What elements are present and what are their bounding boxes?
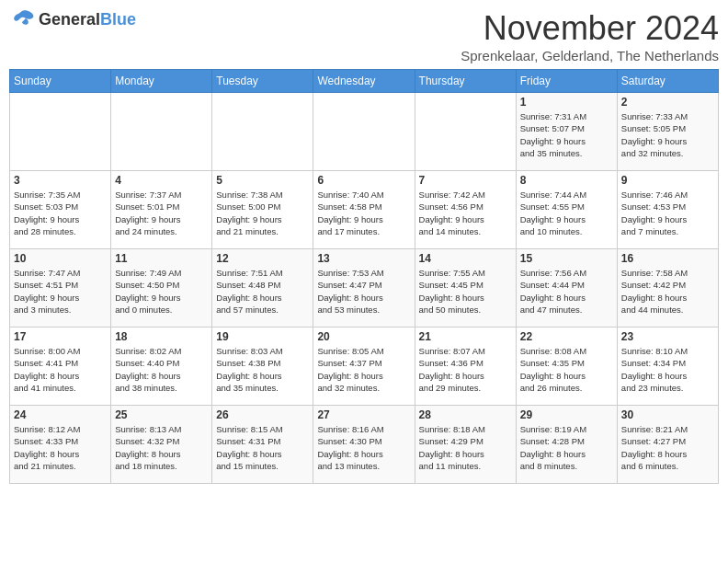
calendar-day-cell: 19Sunrise: 8:03 AM Sunset: 4:38 PM Dayli… xyxy=(212,327,313,406)
calendar-week-row: 24Sunrise: 8:12 AM Sunset: 4:33 PM Dayli… xyxy=(10,406,719,484)
day-info: Sunrise: 8:08 AM Sunset: 4:35 PM Dayligh… xyxy=(520,345,613,394)
day-number: 30 xyxy=(621,408,714,421)
calendar-day-cell: 14Sunrise: 7:55 AM Sunset: 4:45 PM Dayli… xyxy=(415,249,516,327)
calendar-day-cell: 12Sunrise: 7:51 AM Sunset: 4:48 PM Dayli… xyxy=(212,249,313,327)
calendar-day-header: Thursday xyxy=(415,70,516,93)
logo: GeneralBlue xyxy=(9,9,136,29)
day-number: 25 xyxy=(115,408,208,421)
day-number: 20 xyxy=(317,330,410,343)
calendar-day-cell: 13Sunrise: 7:53 AM Sunset: 4:47 PM Dayli… xyxy=(313,249,415,327)
calendar-day-cell: 20Sunrise: 8:05 AM Sunset: 4:37 PM Dayli… xyxy=(313,327,415,406)
day-info: Sunrise: 8:21 AM Sunset: 4:27 PM Dayligh… xyxy=(621,423,714,472)
calendar-day-cell: 27Sunrise: 8:16 AM Sunset: 4:30 PM Dayli… xyxy=(313,406,415,484)
calendar-day-cell: 24Sunrise: 8:12 AM Sunset: 4:33 PM Dayli… xyxy=(10,406,111,484)
day-number: 4 xyxy=(115,174,208,187)
calendar-day-cell: 6Sunrise: 7:40 AM Sunset: 4:58 PM Daylig… xyxy=(313,171,415,249)
calendar-day-cell: 8Sunrise: 7:44 AM Sunset: 4:55 PM Daylig… xyxy=(516,171,617,249)
calendar-table: SundayMondayTuesdayWednesdayThursdayFrid… xyxy=(9,69,719,484)
day-number: 5 xyxy=(216,174,309,187)
month-title: November 2024 xyxy=(461,9,719,48)
day-info: Sunrise: 7:51 AM Sunset: 4:48 PM Dayligh… xyxy=(216,267,309,316)
day-number: 6 xyxy=(317,174,410,187)
day-info: Sunrise: 8:05 AM Sunset: 4:37 PM Dayligh… xyxy=(317,345,410,394)
day-number: 19 xyxy=(216,330,309,343)
calendar-day-cell: 15Sunrise: 7:56 AM Sunset: 4:44 PM Dayli… xyxy=(516,249,617,327)
calendar-day-header: Friday xyxy=(516,70,617,93)
calendar-day-cell: 23Sunrise: 8:10 AM Sunset: 4:34 PM Dayli… xyxy=(617,327,718,406)
calendar-day-cell xyxy=(415,93,516,171)
calendar-day-cell: 5Sunrise: 7:38 AM Sunset: 5:00 PM Daylig… xyxy=(212,171,313,249)
day-number: 23 xyxy=(621,330,714,343)
day-number: 3 xyxy=(14,174,107,187)
day-info: Sunrise: 7:53 AM Sunset: 4:47 PM Dayligh… xyxy=(317,267,410,316)
day-info: Sunrise: 7:42 AM Sunset: 4:56 PM Dayligh… xyxy=(419,189,512,237)
day-info: Sunrise: 8:02 AM Sunset: 4:40 PM Dayligh… xyxy=(115,345,208,394)
calendar-day-cell: 25Sunrise: 8:13 AM Sunset: 4:32 PM Dayli… xyxy=(111,406,212,484)
day-number: 28 xyxy=(419,408,512,421)
day-info: Sunrise: 7:35 AM Sunset: 5:03 PM Dayligh… xyxy=(14,189,107,237)
calendar-day-cell xyxy=(212,93,313,171)
calendar-day-cell: 9Sunrise: 7:46 AM Sunset: 4:53 PM Daylig… xyxy=(617,171,718,249)
day-info: Sunrise: 7:37 AM Sunset: 5:01 PM Dayligh… xyxy=(115,189,208,237)
calendar-day-cell: 7Sunrise: 7:42 AM Sunset: 4:56 PM Daylig… xyxy=(415,171,516,249)
logo-text: GeneralBlue xyxy=(39,10,136,29)
calendar-day-header: Wednesday xyxy=(313,70,415,93)
calendar-day-cell: 21Sunrise: 8:07 AM Sunset: 4:36 PM Dayli… xyxy=(415,327,516,406)
calendar-day-cell: 17Sunrise: 8:00 AM Sunset: 4:41 PM Dayli… xyxy=(10,327,111,406)
calendar-day-cell: 11Sunrise: 7:49 AM Sunset: 4:50 PM Dayli… xyxy=(111,249,212,327)
day-number: 27 xyxy=(317,408,410,421)
day-info: Sunrise: 8:12 AM Sunset: 4:33 PM Dayligh… xyxy=(14,423,107,472)
calendar-day-cell: 1Sunrise: 7:31 AM Sunset: 5:07 PM Daylig… xyxy=(516,93,617,171)
day-info: Sunrise: 8:07 AM Sunset: 4:36 PM Dayligh… xyxy=(419,345,512,394)
day-info: Sunrise: 7:38 AM Sunset: 5:00 PM Dayligh… xyxy=(216,189,309,237)
calendar-day-cell: 2Sunrise: 7:33 AM Sunset: 5:05 PM Daylig… xyxy=(617,93,718,171)
day-number: 22 xyxy=(520,330,613,343)
calendar-day-cell: 4Sunrise: 7:37 AM Sunset: 5:01 PM Daylig… xyxy=(111,171,212,249)
day-number: 11 xyxy=(115,252,208,265)
logo-general: General xyxy=(39,10,100,29)
calendar-week-row: 1Sunrise: 7:31 AM Sunset: 5:07 PM Daylig… xyxy=(10,93,719,171)
day-number: 21 xyxy=(419,330,512,343)
location-subtitle: Sprenkelaar, Gelderland, The Netherlands xyxy=(461,48,719,63)
calendar-day-cell xyxy=(111,93,212,171)
day-number: 12 xyxy=(216,252,309,265)
calendar-day-cell: 28Sunrise: 8:18 AM Sunset: 4:29 PM Dayli… xyxy=(415,406,516,484)
day-number: 9 xyxy=(621,174,714,187)
calendar-header-row: SundayMondayTuesdayWednesdayThursdayFrid… xyxy=(10,70,719,93)
day-info: Sunrise: 8:10 AM Sunset: 4:34 PM Dayligh… xyxy=(621,345,714,394)
header: GeneralBlue November 2024 Sprenkelaar, G… xyxy=(9,9,719,63)
day-number: 8 xyxy=(520,174,613,187)
day-number: 17 xyxy=(14,330,107,343)
day-info: Sunrise: 7:40 AM Sunset: 4:58 PM Dayligh… xyxy=(317,189,410,237)
day-info: Sunrise: 7:47 AM Sunset: 4:51 PM Dayligh… xyxy=(14,267,107,316)
day-info: Sunrise: 8:16 AM Sunset: 4:30 PM Dayligh… xyxy=(317,423,410,472)
calendar-day-cell: 10Sunrise: 7:47 AM Sunset: 4:51 PM Dayli… xyxy=(10,249,111,327)
calendar-week-row: 3Sunrise: 7:35 AM Sunset: 5:03 PM Daylig… xyxy=(10,171,719,249)
logo-icon xyxy=(9,9,35,29)
day-number: 7 xyxy=(419,174,512,187)
day-number: 13 xyxy=(317,252,410,265)
day-info: Sunrise: 7:33 AM Sunset: 5:05 PM Dayligh… xyxy=(621,110,714,159)
day-info: Sunrise: 7:46 AM Sunset: 4:53 PM Dayligh… xyxy=(621,189,714,237)
day-info: Sunrise: 7:55 AM Sunset: 4:45 PM Dayligh… xyxy=(419,267,512,316)
day-number: 29 xyxy=(520,408,613,421)
day-info: Sunrise: 8:13 AM Sunset: 4:32 PM Dayligh… xyxy=(115,423,208,472)
calendar-week-row: 10Sunrise: 7:47 AM Sunset: 4:51 PM Dayli… xyxy=(10,249,719,327)
calendar-day-cell: 26Sunrise: 8:15 AM Sunset: 4:31 PM Dayli… xyxy=(212,406,313,484)
day-info: Sunrise: 8:15 AM Sunset: 4:31 PM Dayligh… xyxy=(216,423,309,472)
day-info: Sunrise: 7:58 AM Sunset: 4:42 PM Dayligh… xyxy=(621,267,714,316)
calendar-day-cell xyxy=(10,93,111,171)
calendar-day-cell: 29Sunrise: 8:19 AM Sunset: 4:28 PM Dayli… xyxy=(516,406,617,484)
day-number: 10 xyxy=(14,252,107,265)
title-section: November 2024 Sprenkelaar, Gelderland, T… xyxy=(461,9,719,63)
calendar-week-row: 17Sunrise: 8:00 AM Sunset: 4:41 PM Dayli… xyxy=(10,327,719,406)
day-info: Sunrise: 8:00 AM Sunset: 4:41 PM Dayligh… xyxy=(14,345,107,394)
logo-blue: Blue xyxy=(100,10,136,29)
day-number: 14 xyxy=(419,252,512,265)
day-number: 16 xyxy=(621,252,714,265)
day-number: 1 xyxy=(520,96,613,109)
day-info: Sunrise: 8:19 AM Sunset: 4:28 PM Dayligh… xyxy=(520,423,613,472)
calendar-day-header: Monday xyxy=(111,70,212,93)
day-number: 15 xyxy=(520,252,613,265)
calendar-day-cell: 16Sunrise: 7:58 AM Sunset: 4:42 PM Dayli… xyxy=(617,249,718,327)
